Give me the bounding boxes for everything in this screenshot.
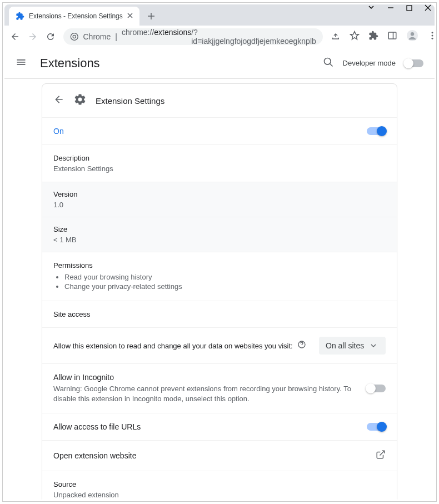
svg-point-8 bbox=[432, 35, 433, 37]
svg-rect-3 bbox=[389, 32, 397, 39]
description-label: Description bbox=[53, 154, 386, 162]
permission-item: Change your privacy-related settings bbox=[64, 282, 386, 291]
back-arrow-icon[interactable] bbox=[53, 94, 64, 107]
svg-point-9 bbox=[432, 38, 433, 39]
page-title: Extensions bbox=[40, 56, 100, 71]
svg-point-10 bbox=[324, 58, 331, 64]
permission-item: Read your browsing history bbox=[64, 273, 386, 281]
developer-mode-toggle[interactable] bbox=[405, 59, 423, 67]
size-label: Size bbox=[53, 225, 386, 233]
tab-title: Extensions - Extension Settings bbox=[29, 12, 123, 20]
incognito-warning: Warning: Google Chrome cannot prevent ex… bbox=[53, 384, 358, 404]
extension-icon bbox=[16, 12, 24, 21]
chrome-logo-icon bbox=[70, 32, 79, 41]
description-value: Extension Settings bbox=[53, 164, 386, 173]
close-tab-icon[interactable] bbox=[127, 12, 133, 20]
share-icon[interactable] bbox=[331, 31, 341, 43]
file-urls-toggle[interactable] bbox=[367, 423, 386, 431]
open-website-label: Open extension website bbox=[53, 451, 136, 460]
svg-point-6 bbox=[411, 32, 414, 36]
address-bar: Chrome | chrome://extensions/?id=iakjjge… bbox=[4, 26, 435, 48]
new-tab-button[interactable] bbox=[144, 9, 158, 26]
on-label: On bbox=[53, 127, 64, 136]
incognito-toggle[interactable] bbox=[367, 385, 386, 392]
url-scheme: Chrome bbox=[83, 32, 111, 41]
forward-button[interactable] bbox=[28, 31, 38, 42]
content-scroll[interactable]: Extension Settings On Description Extens… bbox=[4, 79, 435, 500]
permissions-list: Read your browsing history Change your p… bbox=[53, 270, 386, 291]
back-button[interactable] bbox=[10, 31, 20, 42]
tab-bar: Extensions - Extension Settings bbox=[4, 4, 435, 26]
hamburger-icon[interactable] bbox=[16, 57, 27, 70]
extension-enable-toggle[interactable] bbox=[367, 127, 386, 135]
extensions-icon[interactable] bbox=[368, 31, 378, 43]
side-panel-icon[interactable] bbox=[387, 31, 397, 43]
extensions-header: Extensions Developer mode bbox=[4, 48, 435, 79]
svg-point-7 bbox=[432, 32, 433, 33]
site-access-label: Site access bbox=[53, 310, 386, 318]
open-website-row[interactable]: Open extension website bbox=[42, 440, 397, 471]
chevron-down-icon bbox=[371, 343, 376, 348]
developer-mode-label: Developer mode bbox=[343, 59, 396, 67]
search-icon[interactable] bbox=[323, 57, 334, 70]
site-access-desc: Allow this extension to read and change … bbox=[53, 342, 293, 350]
help-icon[interactable] bbox=[297, 340, 306, 351]
reload-button[interactable] bbox=[46, 31, 56, 42]
version-value: 1.0 bbox=[53, 201, 386, 209]
minimize-button[interactable] bbox=[387, 3, 394, 13]
extension-card: Extension Settings On Description Extens… bbox=[42, 83, 397, 500]
site-access-dropdown[interactable]: On all sites bbox=[319, 337, 386, 355]
gear-icon bbox=[73, 93, 87, 108]
chevron-down-icon[interactable] bbox=[367, 3, 375, 13]
bookmark-icon[interactable] bbox=[350, 31, 360, 43]
incognito-label: Allow in Incognito bbox=[53, 373, 358, 382]
menu-icon[interactable] bbox=[427, 31, 437, 43]
svg-line-11 bbox=[330, 63, 332, 66]
permissions-label: Permissions bbox=[53, 261, 386, 270]
version-label: Version bbox=[53, 190, 386, 198]
card-title: Extension Settings bbox=[96, 96, 164, 106]
close-window-button[interactable] bbox=[425, 3, 431, 13]
url-input[interactable]: Chrome | chrome://extensions/?id=iakjjge… bbox=[63, 28, 323, 45]
external-link-icon bbox=[376, 450, 386, 462]
source-label: Source bbox=[53, 480, 386, 488]
svg-rect-0 bbox=[407, 6, 412, 11]
browser-tab[interactable]: Extensions - Extension Settings bbox=[9, 7, 139, 26]
profile-icon[interactable] bbox=[406, 29, 418, 44]
source-type: Unpacked extension bbox=[53, 491, 386, 499]
size-value: < 1 MB bbox=[53, 236, 386, 244]
dropdown-value: On all sites bbox=[326, 341, 364, 350]
svg-point-1 bbox=[71, 33, 78, 41]
svg-point-2 bbox=[73, 35, 76, 38]
file-urls-label: Allow access to file URLs bbox=[53, 422, 141, 431]
maximize-button[interactable] bbox=[406, 3, 412, 13]
